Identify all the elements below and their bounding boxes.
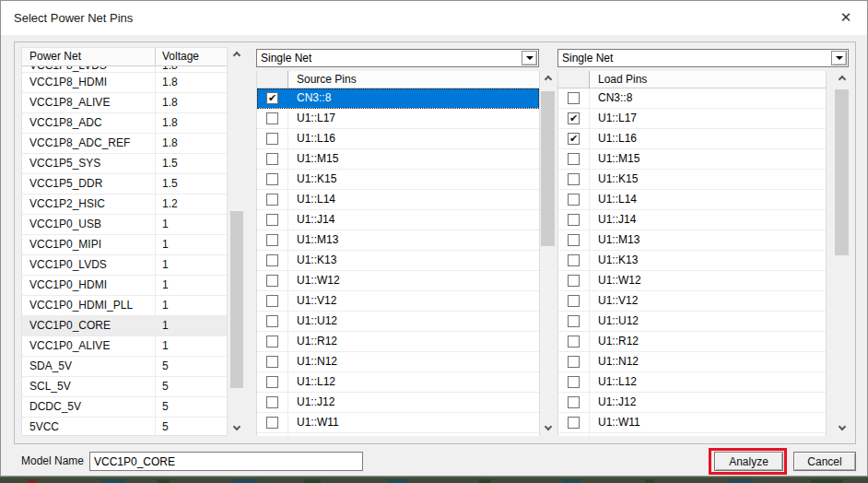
scroll-up-icon[interactable] bbox=[834, 71, 850, 86]
source-pin-row[interactable]: U1::L17 bbox=[257, 109, 539, 129]
source-pin-row[interactable]: U1::L16 bbox=[257, 129, 539, 149]
source-pins-scrollbar[interactable] bbox=[540, 71, 556, 436]
scrollbar-thumb[interactable] bbox=[835, 89, 849, 255]
unchecked-checkbox[interactable] bbox=[568, 92, 580, 104]
power-net-row[interactable]: VCC1P0_USB1 bbox=[22, 215, 227, 235]
load-pin-row[interactable]: CN3::8 bbox=[558, 88, 826, 109]
load-pin-row[interactable]: U1::J12 bbox=[558, 393, 826, 413]
dropdown-arrow-icon[interactable] bbox=[522, 51, 537, 65]
unchecked-checkbox[interactable] bbox=[266, 295, 278, 307]
unchecked-checkbox[interactable] bbox=[266, 214, 278, 226]
power-net-row[interactable]: VCC1P0_LVDS1 bbox=[22, 255, 227, 276]
dropdown-arrow-icon[interactable] bbox=[831, 51, 847, 65]
checked-checkbox[interactable]: ✔ bbox=[266, 92, 278, 104]
unchecked-checkbox[interactable] bbox=[266, 194, 278, 206]
unchecked-checkbox[interactable] bbox=[568, 214, 580, 226]
power-net-row[interactable]: VCC1P5_SYS1.5 bbox=[22, 154, 227, 174]
load-pin-row[interactable]: U1::N12 bbox=[558, 352, 826, 372]
unchecked-checkbox[interactable] bbox=[568, 376, 580, 388]
unchecked-checkbox[interactable] bbox=[266, 112, 278, 124]
load-net-filter-dropdown[interactable]: Single Net bbox=[557, 49, 849, 67]
load-pin-row[interactable]: U1::K13 bbox=[558, 251, 826, 271]
source-pin-row[interactable]: U1::K13 bbox=[257, 251, 539, 271]
power-net-row[interactable]: VCC1P0_CORE1 bbox=[22, 316, 227, 336]
checked-checkbox[interactable]: ✔ bbox=[568, 133, 580, 145]
unchecked-checkbox[interactable] bbox=[568, 173, 580, 185]
source-pin-row[interactable]: U1::U12 bbox=[257, 312, 539, 332]
analyze-button[interactable]: Analyze bbox=[714, 452, 783, 471]
load-pin-row[interactable]: U1::U12 bbox=[558, 312, 826, 332]
source-pin-row[interactable]: U1::J12 bbox=[257, 393, 539, 413]
unchecked-checkbox[interactable] bbox=[568, 417, 580, 429]
source-net-filter-dropdown[interactable]: Single Net bbox=[256, 49, 539, 67]
cancel-button[interactable]: Cancel bbox=[793, 452, 856, 471]
unchecked-checkbox[interactable] bbox=[266, 254, 278, 266]
load-pin-row[interactable]: U1::J14 bbox=[558, 210, 826, 230]
power-net-row[interactable]: VCC1P8_LVDS1.8 bbox=[22, 66, 227, 73]
unchecked-checkbox[interactable] bbox=[266, 417, 278, 429]
scroll-down-icon[interactable] bbox=[834, 421, 850, 436]
unchecked-checkbox[interactable] bbox=[266, 315, 278, 327]
load-pin-row[interactable]: U1::M13 bbox=[558, 230, 826, 251]
load-pin-row[interactable]: U1::K15 bbox=[558, 170, 826, 190]
scroll-down-icon[interactable] bbox=[540, 421, 556, 436]
load-pin-row[interactable]: U1::W12 bbox=[558, 271, 826, 291]
checked-checkbox[interactable]: ✔ bbox=[568, 112, 580, 124]
load-pins-scrollbar[interactable] bbox=[834, 71, 850, 436]
power-net-row[interactable]: VCC1P0_HDMI_PLL1 bbox=[22, 296, 227, 316]
power-net-row[interactable]: SDA_5V5 bbox=[22, 357, 227, 377]
model-name-input[interactable] bbox=[89, 452, 363, 471]
close-icon[interactable]: ✕ bbox=[838, 9, 854, 26]
unchecked-checkbox[interactable] bbox=[266, 153, 278, 165]
source-pin-row[interactable]: U1::M13 bbox=[257, 230, 539, 251]
unchecked-checkbox[interactable] bbox=[266, 234, 278, 246]
scrollbar-thumb[interactable] bbox=[541, 91, 555, 246]
unchecked-checkbox[interactable] bbox=[568, 295, 580, 307]
unchecked-checkbox[interactable] bbox=[568, 275, 580, 287]
source-pin-row[interactable]: U1::J14 bbox=[257, 210, 539, 230]
unchecked-checkbox[interactable] bbox=[568, 234, 580, 246]
unchecked-checkbox[interactable] bbox=[568, 254, 580, 266]
power-net-row[interactable]: DCDC_5V5 bbox=[22, 397, 227, 418]
load-pin-row[interactable]: U1::V12 bbox=[558, 291, 826, 312]
source-pin-row[interactable]: U1::N12 bbox=[257, 352, 539, 372]
power-net-row[interactable]: VCC1P5_DDR1.5 bbox=[22, 174, 227, 194]
load-pin-row[interactable]: U1::L12 bbox=[558, 372, 826, 393]
source-pin-row[interactable]: U1::M15 bbox=[257, 149, 539, 170]
unchecked-checkbox[interactable] bbox=[266, 336, 278, 348]
unchecked-checkbox[interactable] bbox=[266, 396, 278, 408]
unchecked-checkbox[interactable] bbox=[568, 153, 580, 165]
load-pin-row[interactable]: ✔U1::L17 bbox=[558, 109, 826, 129]
scroll-down-icon[interactable] bbox=[229, 421, 244, 436]
scroll-up-icon[interactable] bbox=[229, 47, 244, 62]
power-net-scrollbar[interactable] bbox=[229, 47, 244, 436]
power-net-row[interactable]: VCC1P0_MIPI1 bbox=[22, 235, 227, 255]
source-pin-row[interactable]: U1::W11 bbox=[257, 413, 539, 433]
source-pin-row[interactable]: U1::W12 bbox=[257, 271, 539, 291]
unchecked-checkbox[interactable] bbox=[266, 356, 278, 368]
unchecked-checkbox[interactable] bbox=[266, 376, 278, 388]
power-net-row[interactable]: VCC1P8_ADC1.8 bbox=[22, 113, 227, 134]
load-pin-row[interactable]: U1::L14 bbox=[558, 190, 826, 210]
source-pin-row[interactable]: U1::L14 bbox=[257, 190, 539, 210]
load-pin-row[interactable]: U1::R12 bbox=[558, 332, 826, 352]
unchecked-checkbox[interactable] bbox=[568, 336, 580, 348]
source-pin-row[interactable]: U1::V12 bbox=[257, 291, 539, 312]
unchecked-checkbox[interactable] bbox=[568, 315, 580, 327]
power-net-row[interactable]: VCC1P0_ALIVE1 bbox=[22, 336, 227, 357]
power-net-row[interactable]: VCC1P2_HSIC1.2 bbox=[22, 194, 227, 215]
unchecked-checkbox[interactable] bbox=[568, 356, 580, 368]
source-pin-row[interactable]: U1::L12 bbox=[257, 372, 539, 393]
unchecked-checkbox[interactable] bbox=[568, 194, 580, 206]
power-net-row[interactable]: SCL_5V5 bbox=[22, 377, 227, 397]
unchecked-checkbox[interactable] bbox=[266, 275, 278, 287]
source-pin-row[interactable]: U1::R12 bbox=[257, 332, 539, 352]
load-pin-row[interactable]: U1::W11 bbox=[558, 413, 826, 433]
power-net-row[interactable]: VCC1P0_HDMI1 bbox=[22, 276, 227, 296]
power-net-row[interactable]: 5VCC5 bbox=[22, 418, 227, 436]
source-pin-row[interactable]: U1::K15 bbox=[257, 170, 539, 190]
power-net-row[interactable]: VCC1P8_ADC_REF1.8 bbox=[22, 134, 227, 154]
load-pin-row[interactable]: ✔U1::L16 bbox=[558, 129, 826, 149]
scrollbar-thumb[interactable] bbox=[230, 211, 243, 388]
power-net-row[interactable]: VCC1P8_ALIVE1.8 bbox=[22, 93, 227, 113]
